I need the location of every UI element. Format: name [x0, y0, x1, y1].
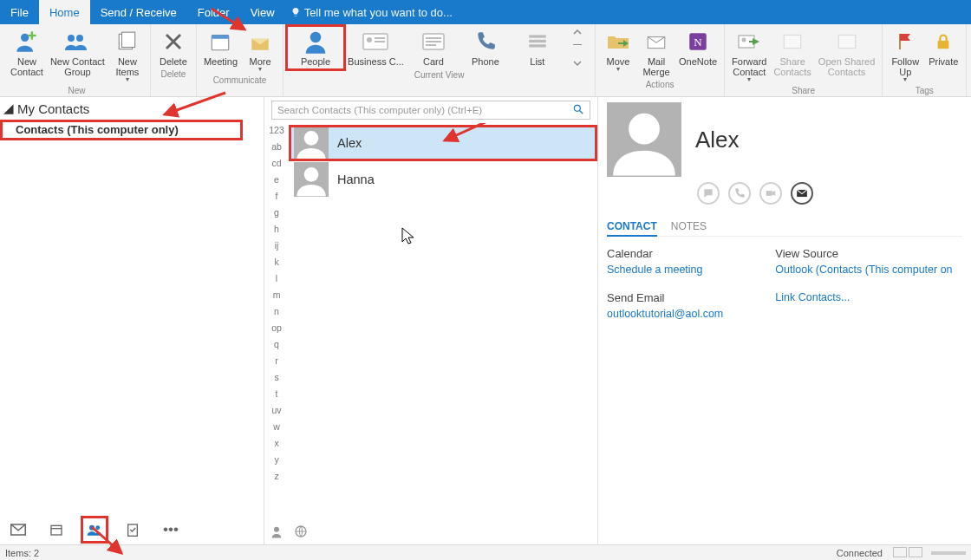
alpha-letter[interactable]: z — [274, 471, 278, 484]
alpha-letter[interactable]: uv — [271, 405, 281, 418]
svg-point-50 — [629, 114, 660, 145]
alpha-letter[interactable]: cd — [271, 158, 281, 171]
tell-me-search[interactable]: Tell me what you want to do... — [290, 0, 453, 24]
mail-merge-button[interactable]: Mail Merge — [637, 26, 675, 79]
alpha-letter[interactable]: h — [274, 224, 279, 237]
chevron-down-icon: ▾ — [258, 65, 262, 73]
alpha-letter[interactable]: ab — [271, 141, 282, 154]
svg-rect-28 — [784, 35, 801, 48]
svg-rect-8 — [212, 35, 230, 38]
contact-row[interactable]: Alex — [289, 125, 597, 161]
alpha-letter[interactable]: t — [276, 388, 278, 401]
alpha-letter[interactable]: w — [273, 421, 280, 434]
status-items-count: Items: 2 — [5, 548, 39, 558]
nav-header-label: My Contacts — [17, 101, 89, 116]
collapse-triangle-icon: ◢ — [3, 101, 14, 116]
people-view-button[interactable]: People — [287, 26, 344, 69]
mail-merge-icon — [642, 28, 670, 55]
alpha-index[interactable]: 123 ab cd e f g h ij k l m n op q r s t … — [264, 123, 289, 520]
onenote-icon: N — [684, 28, 712, 55]
private-button[interactable]: Private — [924, 26, 962, 85]
meeting-button[interactable]: Meeting — [200, 26, 241, 75]
new-contact-group-button[interactable]: New Contact Group — [47, 26, 108, 85]
email-action-button[interactable] — [791, 182, 813, 205]
open-shared-label: Open Shared Contacts — [818, 56, 875, 77]
ribbon-group-communicate-caption: Communicate — [200, 75, 279, 87]
alpha-letter[interactable]: n — [274, 306, 279, 319]
nav-switch-tasks[interactable] — [125, 522, 140, 537]
menu-home[interactable]: Home — [39, 0, 90, 24]
chat-icon — [702, 187, 714, 199]
link-contacts-link[interactable]: Link Contacts... — [775, 291, 952, 303]
svg-rect-20 — [529, 40, 546, 42]
new-items-button[interactable]: New Items ▾ — [108, 26, 147, 85]
nav-switch-calendar[interactable] — [49, 522, 64, 537]
menu-send-receive[interactable]: Send / Receive — [90, 0, 187, 24]
menu-file-label: File — [10, 6, 29, 19]
view-mode-buttons[interactable] — [891, 547, 922, 559]
svg-point-43 — [574, 105, 580, 111]
card-view-button[interactable]: Card — [407, 26, 459, 69]
zoom-slider[interactable] — [931, 551, 966, 555]
svg-rect-29 — [838, 35, 856, 48]
alpha-letter[interactable]: op — [271, 322, 282, 335]
menu-folder[interactable]: Folder — [187, 0, 240, 24]
forward-contact-button[interactable]: Forward Contact ▾ — [728, 26, 770, 85]
current-view-expand[interactable] — [564, 26, 591, 69]
alpha-letter[interactable]: s — [274, 372, 278, 385]
view-source-section-title: View Source — [775, 247, 952, 260]
ribbon-group-actions-caption: Actions — [599, 79, 720, 91]
globe-icon[interactable] — [294, 524, 308, 541]
call-action-button[interactable] — [728, 182, 751, 205]
nav-switch-more[interactable]: ••• — [163, 522, 179, 537]
phone-view-button[interactable]: Phone — [459, 26, 512, 69]
schedule-meeting-link[interactable]: Schedule a meeting — [607, 264, 723, 276]
menu-file[interactable]: File — [0, 0, 39, 24]
nav-switch-mail[interactable] — [10, 522, 26, 537]
onenote-button[interactable]: N OneNote — [675, 26, 720, 79]
new-contact-button[interactable]: New Contact — [7, 26, 47, 85]
move-button[interactable]: Move ▾ — [599, 26, 637, 79]
mail-merge-label: Mail Merge — [642, 56, 669, 77]
tab-notes[interactable]: NOTES — [671, 220, 707, 232]
alpha-letter[interactable]: e — [274, 174, 279, 187]
nav-my-contacts-header[interactable]: ◢ My Contacts — [0, 97, 264, 120]
business-card-view-button[interactable]: Business C... — [344, 26, 407, 69]
view-source-link[interactable]: Outlook (Contacts (This computer on — [775, 264, 952, 276]
svg-line-44 — [580, 111, 583, 114]
menu-view-label: View — [251, 6, 275, 19]
list-view-button[interactable]: List — [512, 26, 564, 69]
svg-point-0 — [21, 34, 29, 42]
svg-rect-2 — [28, 35, 36, 36]
alpha-letter[interactable]: ij — [275, 240, 279, 253]
alpha-letter[interactable]: r — [275, 355, 278, 368]
video-action-button[interactable] — [759, 182, 782, 205]
alpha-letter[interactable]: l — [276, 273, 277, 286]
alpha-letter[interactable]: y — [274, 454, 278, 467]
im-action-button[interactable] — [697, 182, 720, 205]
menu-view[interactable]: View — [240, 0, 285, 24]
nav-switch-people[interactable] — [87, 522, 102, 537]
contacts-footer-icon[interactable] — [271, 524, 287, 541]
cursor-icon — [401, 227, 415, 244]
delete-button[interactable]: Delete — [154, 26, 192, 68]
more-button[interactable]: More ▾ — [241, 26, 279, 75]
alpha-letter[interactable]: m — [273, 290, 281, 303]
follow-up-label: Follow Up — [891, 56, 919, 77]
alpha-letter[interactable]: x — [274, 438, 278, 451]
alpha-letter[interactable]: g — [274, 207, 279, 220]
search-contacts-input[interactable]: Search Contacts (This computer only) (Ct… — [271, 101, 590, 120]
tab-contact[interactable]: CONTACT — [607, 220, 657, 237]
svg-rect-22 — [573, 44, 582, 45]
contact-row[interactable]: Hanna — [289, 161, 597, 198]
alpha-letter[interactable]: k — [274, 257, 278, 270]
alpha-letter[interactable]: f — [276, 191, 278, 204]
svg-point-39 — [89, 525, 94, 531]
svg-point-27 — [742, 38, 746, 42]
alpha-letter[interactable]: q — [274, 339, 279, 352]
send-email-link[interactable]: outlooktutorial@aol.com — [607, 308, 723, 320]
share-contacts-button: Share Contacts — [770, 26, 814, 85]
alpha-letter[interactable]: 123 — [269, 125, 284, 138]
mail-small-icon — [796, 187, 808, 199]
follow-up-button[interactable]: Follow Up ▾ — [886, 26, 924, 85]
